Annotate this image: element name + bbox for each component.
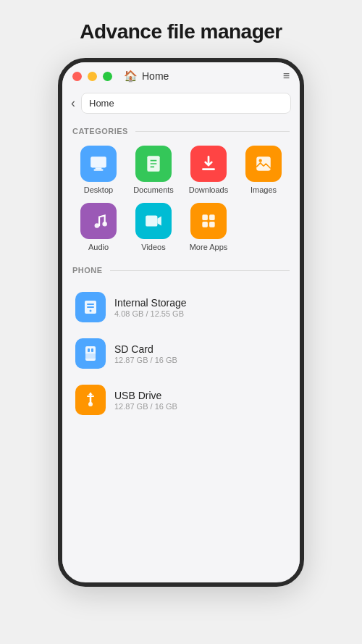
category-downloads[interactable]: Downloads [182, 146, 235, 194]
svg-rect-12 [146, 215, 157, 226]
usb-icon [75, 385, 106, 415]
phone-label: PHONE [72, 266, 103, 275]
usb-info: USB Drive 12.87 GB / 16 GB [114, 390, 177, 411]
category-moreapps[interactable]: More Apps [182, 203, 235, 251]
videos-icon [135, 203, 172, 239]
category-videos[interactable]: Videos [127, 203, 180, 251]
category-images[interactable]: Images [237, 146, 290, 194]
address-input[interactable]: Home [81, 93, 291, 114]
images-label: Images [251, 185, 277, 194]
audio-label: Audio [88, 243, 109, 251]
storage-list: Internal Storage 4.08 GB / 12.55 GB SD C… [72, 285, 290, 422]
phone-section-header: PHONE [72, 266, 290, 275]
storage-sdcard[interactable]: SD Card 12.87 GB / 16 GB [72, 331, 290, 376]
svg-rect-24 [85, 354, 96, 359]
title-bar-label: Home [142, 70, 169, 82]
title-bar-home: 🏠 Home [124, 70, 169, 83]
category-desktop[interactable]: Desktop [72, 146, 125, 194]
internal-storage-icon [75, 292, 106, 322]
home-icon: 🏠 [124, 70, 138, 83]
svg-rect-8 [256, 156, 271, 171]
moreapps-label: More Apps [190, 243, 228, 251]
audio-icon [80, 203, 117, 239]
categories-divider [135, 131, 290, 132]
traffic-light-green[interactable] [103, 72, 112, 81]
sdcard-info: SD Card 12.87 GB / 16 GB [114, 343, 177, 364]
svg-rect-13 [202, 214, 208, 220]
desktop-label: Desktop [84, 185, 113, 194]
images-icon [245, 146, 282, 182]
svg-rect-2 [94, 170, 104, 171]
documents-icon [135, 146, 172, 182]
categories-section-header: CATEGORIES [72, 127, 290, 135]
traffic-light-orange[interactable] [88, 72, 97, 81]
storage-internal[interactable]: Internal Storage 4.08 GB / 12.55 GB [72, 285, 290, 330]
category-audio[interactable]: Audio [72, 203, 125, 251]
downloads-icon [190, 146, 227, 182]
sdcard-icon [75, 338, 106, 369]
usb-size: 12.87 GB / 16 GB [114, 402, 177, 411]
sdcard-name: SD Card [114, 343, 177, 355]
desktop-icon [80, 146, 117, 182]
internal-storage-size: 4.08 GB / 12.55 GB [114, 309, 187, 318]
svg-rect-16 [209, 222, 215, 227]
documents-label: Documents [133, 185, 174, 194]
phone-frame: 🏠 Home ≡ ‹ Home CATEGORIES Desktop [58, 58, 304, 587]
svg-rect-14 [209, 214, 215, 220]
videos-label: Videos [141, 243, 165, 251]
svg-rect-22 [88, 348, 90, 352]
list-view-icon[interactable]: ≡ [283, 70, 290, 83]
internal-storage-info: Internal Storage 4.08 GB / 12.55 GB [114, 297, 187, 318]
usb-name: USB Drive [114, 390, 177, 401]
svg-rect-0 [90, 156, 106, 167]
address-bar: ‹ Home [62, 90, 300, 120]
svg-point-20 [90, 310, 92, 312]
downloads-label: Downloads [189, 185, 228, 194]
svg-rect-18 [87, 304, 94, 305]
moreapps-icon [190, 203, 227, 239]
title-bar: 🏠 Home ≡ [62, 62, 300, 90]
sdcard-size: 12.87 GB / 16 GB [114, 356, 177, 364]
phone-divider [110, 270, 290, 271]
category-documents[interactable]: Documents [127, 146, 180, 194]
traffic-light-red[interactable] [72, 72, 82, 81]
svg-rect-15 [202, 222, 208, 227]
svg-rect-1 [96, 167, 102, 169]
svg-rect-19 [87, 306, 94, 308]
svg-point-9 [259, 159, 262, 162]
back-button[interactable]: ‹ [71, 96, 75, 111]
svg-point-11 [102, 222, 107, 227]
category-grid: Desktop Documents Downloads Images [72, 146, 290, 251]
internal-storage-name: Internal Storage [114, 297, 187, 309]
categories-label: CATEGORIES [72, 127, 128, 135]
svg-point-25 [88, 402, 93, 406]
content-area: CATEGORIES Desktop Documents Down [62, 120, 300, 574]
svg-rect-23 [91, 348, 93, 352]
page-title: Advance file manager [80, 20, 282, 43]
storage-usb[interactable]: USB Drive 12.87 GB / 16 GB [72, 377, 290, 422]
phone-section: PHONE Internal Storage 4.08 GB / 12.55 G… [72, 266, 290, 422]
